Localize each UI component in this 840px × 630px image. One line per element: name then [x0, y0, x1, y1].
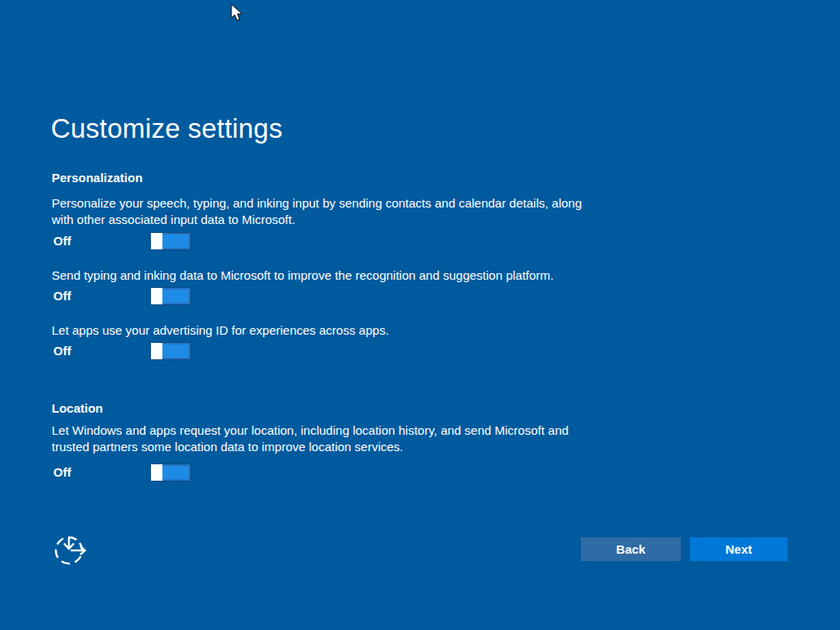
toggle-state-label: Off: [53, 288, 71, 304]
oobe-customize-settings-screen: Customize settings Personalization Perso…: [0, 0, 840, 630]
page-title: Customize settings: [51, 113, 282, 144]
toggle-row: Off: [0, 233, 840, 249]
toggle-row: Off: [0, 343, 840, 359]
ease-of-access-icon: [52, 558, 91, 570]
setting-description-speech-typing-inking: Personalize your speech, typing, and ink…: [52, 195, 589, 228]
toggle-knob: [151, 464, 162, 481]
toggle-knob: [151, 233, 162, 249]
setting-description-location: Let Windows and apps request your locati…: [52, 422, 589, 455]
toggle-state-label: Off: [53, 233, 71, 249]
toggle-knob: [151, 288, 162, 304]
toggle-state-label: Off: [53, 343, 71, 359]
toggle-row: Off: [0, 288, 840, 304]
ease-of-access-button[interactable]: [52, 532, 91, 568]
setting-description-typing-inking-data: Send typing and inking data to Microsoft…: [52, 267, 589, 284]
arrow-cursor-icon: [231, 3, 243, 23]
toggle-switch-advertising-id[interactable]: [151, 343, 190, 359]
toggle-switch-speech-typing-inking[interactable]: [151, 233, 190, 249]
next-button[interactable]: Next: [690, 537, 788, 561]
setting-description-advertising-id: Let apps use your advertising ID for exp…: [52, 322, 589, 339]
section-heading-location: Location: [52, 401, 103, 415]
toggle-switch-location[interactable]: [151, 464, 190, 481]
toggle-row: Off: [0, 464, 840, 481]
toggle-knob: [151, 343, 162, 359]
section-heading-personalization: Personalization: [52, 171, 143, 185]
back-button[interactable]: Back: [581, 537, 681, 561]
toggle-state-label: Off: [53, 464, 71, 481]
toggle-switch-typing-inking-data[interactable]: [151, 288, 190, 304]
